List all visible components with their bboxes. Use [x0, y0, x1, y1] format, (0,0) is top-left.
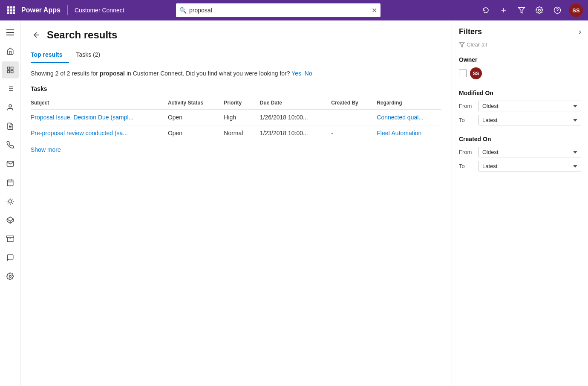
help-icon[interactable]: [551, 4, 563, 16]
row2-subject-link[interactable]: Pre-proposal review conducted (sa...: [31, 130, 128, 136]
main-layout: Search results Top results Tasks (2) Sho…: [0, 20, 588, 386]
row2-due-date: 1/23/2018 10:00...: [255, 125, 326, 141]
filters-toggle-icon[interactable]: ›: [579, 27, 581, 36]
owner-checkbox[interactable]: [459, 70, 467, 77]
filters-panel: Filters › Clear all Owner SS Modified On…: [452, 20, 588, 386]
nav-divider: [67, 5, 68, 15]
sidebar-chat[interactable]: [2, 249, 19, 266]
svg-rect-7: [10, 12, 12, 14]
created-to-select[interactable]: Latest Oldest: [478, 161, 581, 171]
svg-point-35: [9, 200, 12, 203]
modified-on-title: Modified On: [459, 90, 581, 96]
modified-on-from-row: From Oldest Latest: [459, 101, 581, 111]
svg-rect-2: [13, 6, 15, 9]
results-prefix: Showing 2 of 2 results for: [31, 70, 100, 77]
sidebar-list[interactable]: [2, 80, 19, 97]
col-activity-status: Activity Status: [163, 96, 219, 110]
created-to-label: To: [459, 163, 474, 169]
svg-line-42: [8, 203, 8, 204]
clear-all-button[interactable]: Clear all: [459, 41, 581, 48]
sidebar-contacts[interactable]: [2, 99, 19, 116]
sidebar-notes[interactable]: [2, 118, 19, 135]
col-subject: Subject: [31, 96, 163, 110]
clear-all-label: Clear all: [467, 41, 487, 48]
tasks-table: Subject Activity Status Priority Due Dat…: [31, 96, 441, 141]
topnav-actions: SS: [480, 3, 583, 17]
sidebar-calendar[interactable]: [2, 174, 19, 191]
sidebar-menu[interactable]: [2, 24, 19, 41]
filters-header: Filters ›: [459, 27, 581, 36]
svg-rect-19: [11, 67, 13, 69]
global-search[interactable]: 🔍 ✕: [176, 3, 380, 17]
row1-status: Open: [163, 110, 219, 125]
settings-icon[interactable]: [533, 4, 545, 16]
svg-line-38: [8, 199, 8, 199]
svg-rect-3: [7, 9, 9, 12]
brand-label: Power Apps: [21, 6, 61, 14]
modified-to-select[interactable]: Latest Oldest: [478, 115, 581, 125]
waffle-icon[interactable]: [5, 4, 17, 16]
sidebar-phone[interactable]: [2, 136, 19, 154]
sidebar-archive[interactable]: [2, 230, 19, 247]
tabs: Top results Tasks (2): [31, 48, 441, 63]
back-button[interactable]: [31, 29, 43, 41]
created-from-select[interactable]: Oldest Latest: [478, 147, 581, 157]
main-content: Search results Top results Tasks (2) Sho…: [20, 20, 452, 386]
page-header: Search results: [31, 29, 441, 41]
row2-regarding-link[interactable]: Fleet Automation: [377, 130, 421, 136]
table-row: Pre-proposal review conducted (sa... Ope…: [31, 125, 441, 141]
svg-rect-5: [13, 9, 15, 12]
col-regarding: Regarding: [372, 96, 441, 110]
row2-created-by: -: [326, 125, 372, 141]
modified-from-label: From: [459, 103, 474, 109]
user-avatar[interactable]: SS: [569, 3, 583, 17]
no-link[interactable]: No: [305, 70, 312, 77]
row1-created-by: [326, 110, 372, 125]
row1-due-date: 1/26/2018 10:00...: [255, 110, 326, 125]
sidebar-ideas[interactable]: [2, 193, 19, 210]
content-area: Search results Top results Tasks (2) Sho…: [20, 20, 588, 386]
search-clear-icon[interactable]: ✕: [372, 6, 377, 15]
svg-point-12: [539, 9, 541, 12]
filters-title: Filters: [459, 27, 482, 36]
tasks-heading: Tasks: [31, 85, 441, 92]
col-created-by: Created By: [326, 96, 372, 110]
svg-line-43: [12, 199, 12, 199]
page-title: Search results: [47, 29, 117, 41]
modified-from-select[interactable]: Oldest Latest: [478, 101, 581, 111]
created-on-from-row: From Oldest Latest: [459, 147, 581, 157]
sidebar-packages[interactable]: [2, 212, 19, 229]
row1-regarding-link[interactable]: Connected qual...: [377, 114, 424, 121]
results-info: Showing 2 of 2 results for proposal in C…: [31, 70, 441, 77]
created-on-section: Created On From Oldest Latest To Latest …: [459, 136, 581, 171]
sidebar-email[interactable]: [2, 155, 19, 172]
search-icon: 🔍: [179, 7, 187, 14]
row2-priority: Normal: [219, 125, 255, 141]
refresh-icon[interactable]: [480, 4, 492, 16]
svg-marker-50: [459, 42, 464, 47]
show-more-link[interactable]: Show more: [31, 141, 61, 158]
row1-subject-link[interactable]: Proposal Issue. Decision Due (sampl...: [31, 114, 133, 121]
svg-rect-15: [6, 29, 14, 30]
sidebar-dashboard[interactable]: [2, 61, 19, 78]
search-input[interactable]: [189, 7, 369, 14]
tab-tasks[interactable]: Tasks (2): [69, 48, 107, 63]
svg-line-39: [12, 203, 12, 204]
sidebar: [0, 20, 20, 386]
svg-rect-6: [7, 12, 9, 14]
sidebar-home[interactable]: [2, 43, 19, 60]
sidebar-settings[interactable]: [2, 268, 19, 285]
owner-row: SS: [459, 67, 581, 79]
owner-avatar[interactable]: SS: [470, 67, 482, 79]
row1-priority: High: [219, 110, 255, 125]
filter-icon[interactable]: [516, 4, 527, 16]
appname-label: Customer Connect: [75, 7, 124, 14]
modified-on-to-row: To Latest Oldest: [459, 115, 581, 125]
yes-link[interactable]: Yes: [291, 70, 301, 77]
created-on-to-row: To Latest Oldest: [459, 161, 581, 171]
modified-on-section: Modified On From Oldest Latest To Latest…: [459, 90, 581, 125]
tab-top-results[interactable]: Top results: [31, 48, 69, 63]
add-icon[interactable]: [498, 4, 510, 16]
svg-marker-11: [519, 7, 525, 13]
svg-rect-8: [13, 12, 15, 14]
